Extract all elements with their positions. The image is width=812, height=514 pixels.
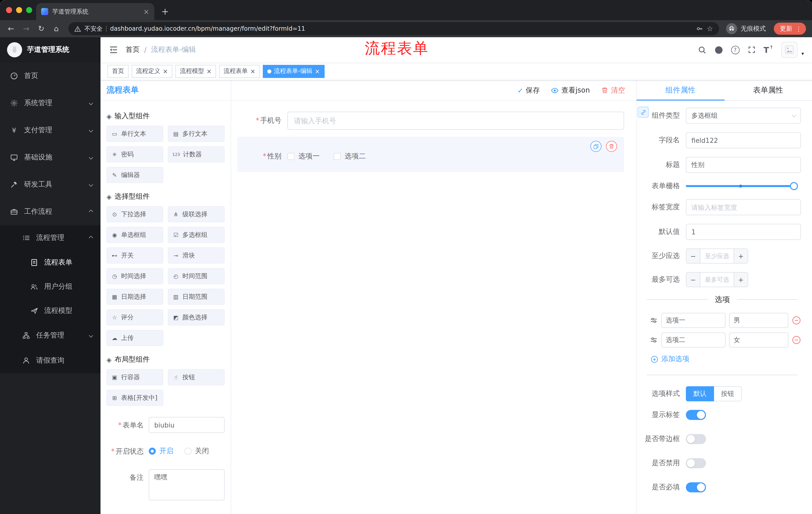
option-label-input[interactable] — [661, 313, 726, 328]
sidebar-item-home[interactable]: 首页 — [0, 62, 100, 89]
canvas[interactable]: *手机号 — [231, 101, 636, 514]
palette-item-select[interactable]: ⊙下拉选择 — [107, 206, 163, 222]
palette-item-date-range[interactable]: ▥日期范围 — [168, 289, 225, 305]
decrease-button[interactable]: − — [686, 273, 700, 287]
option-value-input[interactable] — [729, 313, 788, 328]
label-width-input[interactable] — [686, 199, 801, 215]
increase-button[interactable]: + — [734, 249, 748, 263]
style-default-button[interactable]: 默认 — [686, 386, 714, 401]
checkbox-box[interactable] — [287, 153, 294, 160]
palette-item-slider[interactable]: ⊸滑块 — [168, 247, 225, 264]
clear-button[interactable]: 清空 — [601, 86, 625, 95]
show-label-switch[interactable] — [686, 410, 706, 420]
sidebar-collapse-icon[interactable] — [109, 45, 119, 55]
palette-item-color-picker[interactable]: ◩颜色选择 — [168, 309, 225, 325]
checkbox-option-2[interactable]: 选项二 — [334, 152, 366, 161]
palette-item-rate[interactable]: ☆评分 — [107, 309, 163, 325]
browser-menu-icon[interactable]: ⋮ — [793, 25, 804, 32]
breadcrumb-home[interactable]: 首页 — [126, 45, 140, 54]
sidebar-item-user-group[interactable]: 用户分组 — [0, 275, 100, 299]
forward-icon[interactable]: → — [21, 24, 31, 33]
browser-update-button[interactable]: 更新 ⋮ — [774, 23, 806, 35]
status-on-radio[interactable]: 开启 — [149, 447, 173, 456]
sidebar-item-process-model[interactable]: 流程模型 — [0, 299, 100, 323]
tag-close-icon[interactable]: × — [206, 67, 211, 75]
increase-button[interactable]: + — [734, 273, 748, 287]
sidebar-item-task-management[interactable]: 任务管理 — [0, 323, 100, 348]
back-icon[interactable]: ← — [6, 24, 16, 33]
tag-home[interactable]: 首页 — [108, 64, 128, 78]
sidebar-item-process-management[interactable]: 流程管理 — [0, 225, 100, 250]
sidebar-item-infrastructure[interactable]: 基础设施 — [0, 144, 100, 171]
canvas-field-gender-selected[interactable]: *性别 选项一 选项二 — [237, 137, 624, 172]
phone-input[interactable] — [287, 112, 624, 130]
security-warning-icon[interactable] — [75, 25, 81, 32]
form-remark-textarea[interactable]: 嘿嘿 — [149, 469, 225, 501]
palette-item-button[interactable]: ☝按钮 — [168, 369, 225, 385]
search-icon[interactable] — [698, 46, 706, 54]
new-tab-button[interactable]: + — [161, 6, 169, 17]
home-icon[interactable]: ⌂ — [51, 24, 61, 33]
palette-item-switch[interactable]: ⊷开关 — [107, 247, 163, 264]
palette-item-counter[interactable]: 123计数器 — [168, 146, 225, 162]
disabled-switch[interactable] — [686, 458, 706, 468]
tab-close-icon[interactable]: × — [143, 7, 149, 16]
decrease-button[interactable]: − — [686, 249, 700, 263]
sidebar-item-leave-query[interactable]: 请假查询 — [0, 348, 100, 373]
address-bar[interactable]: 不安全 dashboard.yudao.iocoder.cn/bpm/manag… — [68, 22, 719, 35]
drag-handle-icon[interactable] — [650, 316, 658, 324]
browser-tab[interactable]: 芋道管理系统 × — [36, 3, 154, 20]
palette-item-upload[interactable]: ☁上传 — [107, 330, 163, 346]
palette-item-textarea[interactable]: ▤多行文本 — [168, 126, 225, 142]
avatar-caret-icon[interactable]: ▾ — [802, 51, 804, 56]
tab-component-props[interactable]: 组件属性 — [637, 80, 724, 100]
min-select-input[interactable] — [700, 249, 734, 263]
tag-process-form-edit[interactable]: 流程表单-编辑 × — [263, 64, 324, 78]
github-icon[interactable] — [714, 46, 723, 54]
palette-item-table[interactable]: ⊞表格[开发中] — [107, 390, 163, 406]
canvas-field-phone[interactable]: *手机号 — [237, 112, 624, 130]
palette-item-checkbox-group[interactable]: ☑多选框组 — [168, 227, 225, 243]
tag-process-form[interactable]: 流程表单 × — [219, 64, 260, 78]
sidebar-item-system[interactable]: 系统管理 — [0, 89, 100, 117]
tag-close-icon[interactable]: × — [163, 67, 168, 75]
palette-item-password[interactable]: ✳密码 — [107, 146, 163, 162]
text-size-icon[interactable]: T↑ — [763, 45, 773, 55]
option-value-input[interactable] — [729, 332, 788, 348]
drag-handle-icon[interactable] — [650, 336, 658, 344]
palette-item-time-picker[interactable]: ◷时间选择 — [107, 268, 163, 284]
sidebar-logo[interactable]: 芋道管理系统 — [0, 37, 100, 62]
option-label-input[interactable] — [661, 332, 726, 348]
tag-process-model[interactable]: 流程模型 × — [175, 64, 216, 78]
reload-icon[interactable]: ↻ — [36, 24, 46, 33]
sidebar-item-workflow[interactable]: 工作流程 — [0, 198, 100, 225]
delete-field-button[interactable] — [606, 141, 617, 152]
save-button[interactable]: ✓ 保存 — [517, 86, 540, 95]
palette-item-time-range[interactable]: ◴时间范围 — [168, 268, 225, 284]
palette-item-date-picker[interactable]: ▦日期选择 — [107, 289, 163, 305]
title-input[interactable] — [686, 157, 801, 173]
add-option-button[interactable]: 添加选项 — [642, 355, 801, 363]
palette-item-editor[interactable]: ✎编辑器 — [107, 167, 163, 183]
max-select-input[interactable] — [700, 273, 734, 287]
border-switch[interactable] — [686, 434, 706, 444]
component-type-select[interactable]: 多选框组 — [686, 108, 801, 124]
key-icon[interactable] — [696, 25, 703, 32]
checkbox-box[interactable] — [334, 153, 341, 160]
link-icon[interactable] — [638, 107, 649, 118]
window-close-button[interactable] — [6, 7, 12, 13]
bookmark-star-icon[interactable]: ☆ — [707, 25, 713, 33]
sidebar-item-devtools[interactable]: 研发工具 — [0, 171, 100, 198]
tab-form-props[interactable]: 表单属性 — [724, 80, 812, 100]
tag-process-definition[interactable]: 流程定义 × — [132, 64, 172, 78]
status-off-radio[interactable]: 关闭 — [184, 447, 209, 456]
remove-option-icon[interactable] — [792, 316, 801, 325]
form-name-input[interactable] — [149, 417, 225, 433]
view-json-button[interactable]: 查看json — [551, 86, 590, 95]
copy-field-button[interactable] — [590, 141, 602, 152]
grid-slider[interactable] — [686, 185, 797, 187]
window-minimize-button[interactable] — [16, 7, 22, 13]
window-zoom-button[interactable] — [26, 7, 32, 13]
avatar[interactable] — [781, 42, 798, 58]
required-switch[interactable] — [686, 482, 706, 492]
